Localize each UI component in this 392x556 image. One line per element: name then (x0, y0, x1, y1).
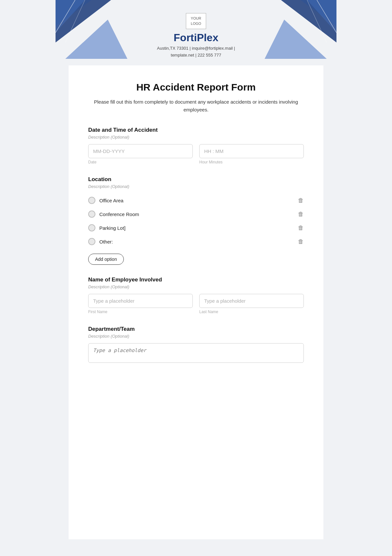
last-name-label: Last Name (199, 310, 304, 314)
company-info-line2: template.net | 222 555 777 (171, 53, 221, 58)
logo-line2: LOGO (191, 22, 201, 25)
company-name: FortiPlex (174, 32, 219, 44)
employee-name-fields: First Name Last Name (88, 294, 304, 314)
location-option-1: Office Area 🗑 (88, 194, 304, 207)
add-option-button[interactable]: Add option (88, 254, 124, 265)
radio-other[interactable] (88, 238, 95, 245)
location-option-3: Parking Lot] 🗑 (88, 221, 304, 235)
time-input[interactable] (199, 144, 304, 158)
company-info: Austin,TX 73301 | inquire@fortiplex.mail… (157, 45, 235, 59)
section-department: Department/Team Description (Optional) (88, 326, 304, 364)
radio-parking-lot[interactable] (88, 224, 95, 231)
date-label: Date (88, 160, 193, 164)
form-title: HR Accident Report Form (88, 82, 304, 93)
date-input[interactable] (88, 144, 193, 158)
radio-conference-room[interactable] (88, 211, 95, 218)
section-date-time: Date and Time of Accident Description (O… (88, 127, 304, 164)
form-subtitle: Please fill out this form completely to … (88, 98, 304, 114)
last-name-col: Last Name (199, 294, 304, 314)
option-other-label: Other: (99, 239, 113, 244)
time-label: Hour Minutes (199, 160, 304, 164)
option-conference-room-label: Conference Room (99, 211, 139, 217)
section-location: Location Description (Optional) Office A… (88, 176, 304, 265)
first-name-label: First Name (88, 310, 193, 314)
option-office-area-label: Office Area (99, 198, 123, 203)
location-option-4: Other: 🗑 (88, 235, 304, 248)
decorative-triangles-left (56, 0, 127, 59)
first-name-col: First Name (88, 294, 193, 314)
delete-other-button[interactable]: 🗑 (298, 238, 304, 245)
last-name-input[interactable] (199, 294, 304, 308)
section-date-time-title: Date and Time of Accident (88, 127, 304, 133)
section-department-desc: Description (Optional) (88, 334, 304, 339)
section-employee-title: Name of Employee Involved (88, 277, 304, 283)
option-parking-lot-label: Parking Lot] (99, 225, 125, 231)
section-location-desc: Description (Optional) (88, 184, 304, 189)
location-option-2: Conference Room 🗑 (88, 207, 304, 221)
logo-line1: YOUR (191, 16, 201, 20)
section-employee-name: Name of Employee Involved Description (O… (88, 277, 304, 314)
company-info-line1: Austin,TX 73301 | inquire@fortiplex.mail… (157, 46, 235, 51)
time-field-col: Hour Minutes (199, 144, 304, 164)
section-date-time-desc: Description (Optional) (88, 135, 304, 140)
header: YOUR LOGO FortiPlex Austin,TX 73301 | in… (56, 0, 336, 65)
decorative-triangles-right (265, 0, 336, 59)
first-name-input[interactable] (88, 294, 193, 308)
section-employee-desc: Description (Optional) (88, 284, 304, 289)
page: YOUR LOGO FortiPlex Austin,TX 73301 | in… (56, 0, 336, 556)
date-field-col: Date (88, 144, 193, 164)
form-content: HR Accident Report Form Please fill out … (69, 65, 323, 539)
section-department-title: Department/Team (88, 326, 304, 332)
delete-conference-room-button[interactable]: 🗑 (298, 211, 304, 218)
delete-parking-lot-button[interactable]: 🗑 (298, 225, 304, 231)
radio-office-area[interactable] (88, 197, 95, 204)
date-time-fields: Date Hour Minutes (88, 144, 304, 164)
section-location-title: Location (88, 176, 304, 183)
logo-box: YOUR LOGO (186, 13, 206, 29)
delete-office-area-button[interactable]: 🗑 (298, 197, 304, 204)
department-input[interactable] (88, 343, 304, 363)
